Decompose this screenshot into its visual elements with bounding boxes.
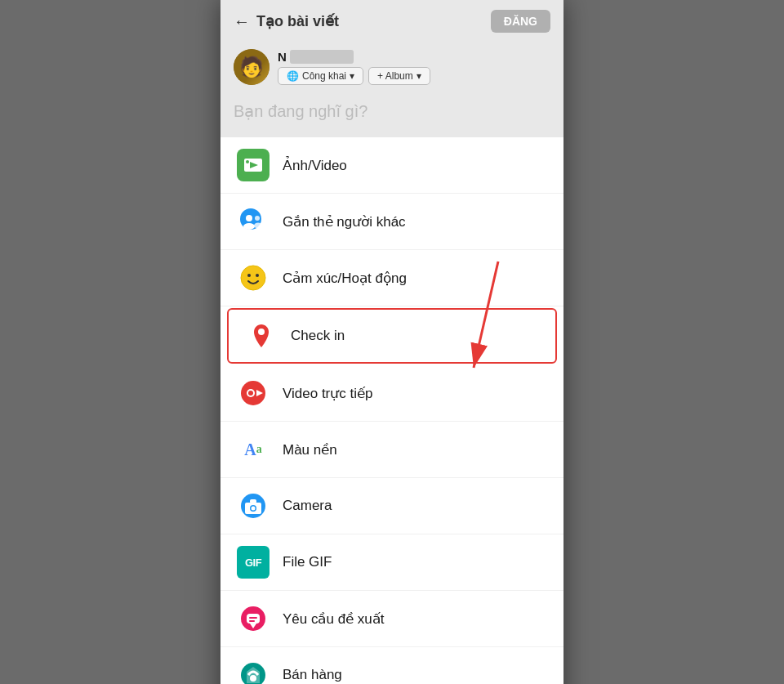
svg-rect-25 [249,617,257,619]
menu-item-request[interactable]: Yêu cầu đề xuất [220,591,564,647]
background-label: Màu nền [283,441,337,458]
svg-point-15 [248,391,253,396]
svg-point-21 [252,507,256,511]
tag-people-icon-wrap [237,205,270,238]
svg-point-9 [241,266,265,290]
aa-icon: Aa [238,435,268,464]
sell-label: Bán hàng [283,667,342,683]
svg-point-7 [255,216,260,221]
menu-item-check-in[interactable]: Check in [227,308,557,364]
camera-label: Camera [283,498,332,514]
svg-rect-26 [249,620,255,622]
post-button[interactable]: ĐĂNG [491,10,550,33]
user-info: N N▓▓▓▓▓▓ 🌐 Công khai ▾ + Album ▾ [278,50,430,85]
feeling-icon-wrap [237,262,270,294]
svg-point-6 [243,223,255,230]
request-icon [240,606,266,632]
menu-item-camera[interactable]: Camera [220,478,564,534]
photo-video-icon-wrap [237,149,270,181]
svg-point-28 [250,675,256,682]
user-row: 🧑 N N▓▓▓▓▓▓ 🌐 Công khai ▾ + Album ▾ [234,41,550,92]
menu-list: Ảnh/Video Gắn thẻ người khác [220,137,564,684]
photo-video-label: Ảnh/Video [283,157,347,174]
gif-icon-wrap: GIF [237,546,270,579]
svg-point-10 [247,274,251,277]
checkin-icon [248,323,274,349]
camera-icon [240,493,266,519]
menu-item-tag-people[interactable]: Gắn thẻ người khác [220,194,564,250]
live-video-icon-wrap [237,377,270,409]
live-video-label: Video trực tiếp [283,385,372,402]
album-button[interactable]: + Album ▾ [368,67,430,85]
menu-item-feeling[interactable]: Cảm xúc/Hoạt động [220,250,564,306]
feeling-label: Cảm xúc/Hoạt động [283,270,407,287]
dropdown-icon: ▾ [350,70,354,82]
globe-icon: 🌐 [287,70,299,82]
privacy-button[interactable]: 🌐 Công khai ▾ [278,67,363,85]
photo-video-icon [240,152,266,178]
tag-people-icon [240,208,266,235]
thought-placeholder[interactable]: Bạn đang nghĩ gì? [234,92,550,137]
svg-point-11 [256,274,259,277]
svg-point-8 [254,223,262,229]
name-blur: N▓▓▓▓▓▓ [290,50,354,64]
sell-icon-wrap [237,659,270,684]
camera-icon-wrap [237,490,270,522]
background-icon-wrap: Aa [237,433,270,466]
request-icon-wrap [237,602,270,635]
sell-icon [240,662,266,684]
user-buttons: 🌐 Công khai ▾ + Album ▾ [278,67,430,85]
svg-point-3 [246,160,249,163]
back-arrow-icon[interactable]: ← [234,12,250,31]
back-nav: ← Tạo bài viết [234,12,339,31]
avatar-inner: 🧑 [234,49,270,85]
menu-item-gif[interactable]: GIF File GIF [220,534,564,591]
avatar-face: 🧑 [239,56,264,78]
gif-label: File GIF [283,554,332,570]
privacy-label: Công khai [302,70,346,82]
album-label: + Album [377,70,413,82]
svg-point-5 [246,215,252,221]
phone-container: ← Tạo bài viết ĐĂNG 🧑 N N▓▓▓▓▓▓ 🌐 Công k… [220,0,564,684]
checkin-icon-wrap [245,320,278,352]
top-bar: ← Tạo bài viết ĐĂNG [234,10,550,41]
tag-people-label: Gắn thẻ người khác [283,213,406,230]
svg-rect-20 [250,499,256,503]
avatar: 🧑 [234,49,270,85]
menu-item-live-video[interactable]: Video trực tiếp [220,365,564,422]
user-name: N N▓▓▓▓▓▓ [278,50,430,64]
menu-item-sell[interactable]: Bán hàng [220,647,564,684]
request-label: Yêu cầu đề xuất [283,610,385,628]
feeling-icon [240,265,266,291]
page-title: Tạo bài viết [256,12,339,30]
check-in-label: Check in [291,328,345,344]
svg-point-12 [258,329,265,335]
menu-item-photo-video[interactable]: Ảnh/Video [220,137,564,194]
post-area: ← Tạo bài viết ĐĂNG 🧑 N N▓▓▓▓▓▓ 🌐 Công k… [220,0,564,137]
gif-icon: GIF [245,557,261,569]
menu-item-background[interactable]: Aa Màu nền [220,422,564,478]
album-dropdown-icon: ▾ [416,70,421,82]
live-video-icon [240,380,266,406]
